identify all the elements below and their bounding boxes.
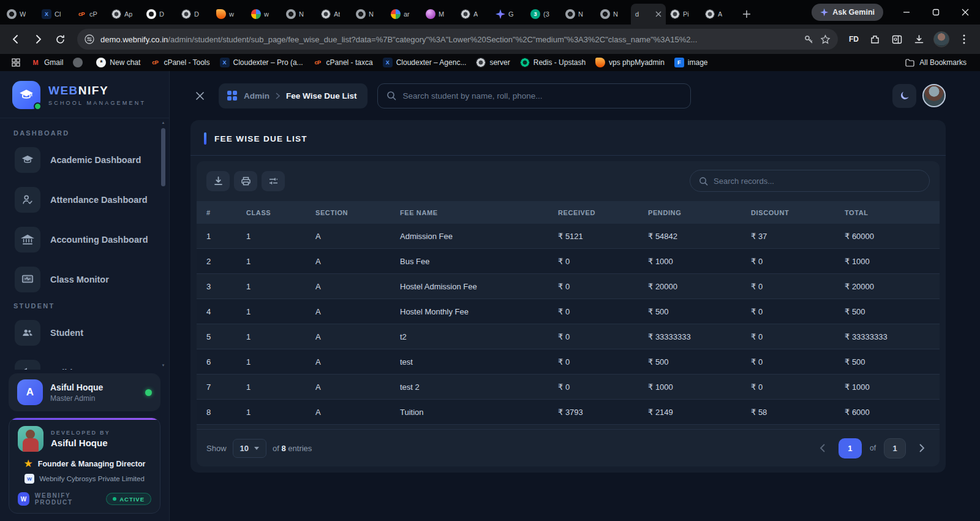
developer-card: DEVELOPED BY Asiful Hoque ★ Founder & Ma… [9, 417, 160, 514]
bookmark-item[interactable]: * New chat [91, 56, 145, 69]
bookmark-item[interactable]: Redis - Upstash [515, 56, 590, 69]
student-search-box[interactable] [377, 83, 691, 108]
table-row[interactable]: 8 1 A Tuition ₹ 3793 ₹ 2149 ₹ 58 ₹ 6000 [197, 400, 940, 425]
cell-fee-name: t2 [400, 332, 558, 341]
window-close-button[interactable] [953, 2, 978, 22]
back-button[interactable] [6, 29, 26, 49]
site-info-icon[interactable] [85, 34, 94, 44]
table-row[interactable]: 1 1 A Admission Fee ₹ 5121 ₹ 54842 ₹ 37 … [197, 224, 940, 249]
browser-tab[interactable]: cP cP [72, 4, 107, 25]
browser-tab[interactable]: A [456, 4, 491, 25]
total-pages-button[interactable]: 1 [884, 438, 906, 458]
table-row[interactable]: 5 1 A t2 ₹ 0 ₹ 33333333 ₹ 0 ₹ 33333333 [197, 324, 940, 349]
brand[interactable]: WEBNIFY SCHOOL MANAGEMENT [0, 71, 169, 118]
prev-page-button[interactable] [815, 440, 831, 456]
reload-button[interactable] [50, 29, 70, 49]
sidebar-item-attendance-dashboard[interactable]: Attendance Dashboard [12, 183, 154, 217]
bookmark-item[interactable]: cP cPanel - Tools [145, 56, 214, 69]
bookmark-item[interactable]: vps phpMyadmin [590, 56, 669, 69]
downloads-button[interactable] [909, 29, 929, 49]
table-row[interactable]: 3 1 A Hostel Admission Fee ₹ 0 ₹ 20000 ₹… [197, 274, 940, 299]
download-button[interactable] [206, 171, 230, 191]
browser-profile-avatar[interactable] [933, 31, 949, 47]
browser-tab[interactable]: N [352, 4, 386, 25]
tab-close-icon[interactable] [655, 11, 662, 17]
sidebar-item-academic-dashboard[interactable]: Academic Dashboard [12, 143, 154, 177]
password-key-icon[interactable] [804, 34, 814, 45]
bookmark-item[interactable]: server [471, 56, 514, 69]
forward-button[interactable] [28, 29, 48, 49]
sidebar-item-class-monitor[interactable]: Class Monitor [12, 262, 154, 297]
cell-total: ₹ 1000 [845, 257, 940, 266]
column-header: # [206, 209, 246, 216]
breadcrumb-admin[interactable]: Admin [244, 91, 270, 101]
bookmark-label: Cloudexter – Agenc... [396, 58, 467, 67]
sliders-icon [268, 176, 279, 186]
sidebar-item-accounting-dashboard[interactable]: Accounting Dashboard [12, 222, 154, 257]
next-page-button[interactable] [914, 440, 930, 456]
records-search-box[interactable] [690, 170, 930, 192]
scroll-up-arrow[interactable]: ▲ [161, 121, 165, 124]
extensions-icon[interactable] [865, 29, 884, 49]
browser-tab[interactable]: N [282, 4, 317, 25]
dark-mode-toggle[interactable] [892, 84, 916, 108]
records-search-input[interactable] [714, 177, 921, 186]
bookmark-item[interactable]: X Cloudexter – Agenc... [378, 56, 472, 69]
print-button[interactable] [234, 171, 257, 191]
address-bar[interactable]: demo.webnify.co.in/admin/student/student… [77, 29, 838, 50]
sidebar-item-student[interactable]: Student [12, 316, 154, 350]
table-row[interactable]: 7 1 A test 2 ₹ 0 ₹ 1000 ₹ 0 ₹ 1000 [197, 375, 940, 400]
bookmark-star-icon[interactable] [820, 34, 831, 45]
window-minimize-button[interactable] [894, 2, 919, 22]
browser-tab[interactable]: d [631, 4, 666, 25]
browser-tab[interactable]: W [2, 4, 37, 25]
table-row[interactable]: 4 1 A Hostel Monthly Fee ₹ 0 ₹ 500 ₹ 0 ₹… [197, 299, 940, 324]
browser-tab[interactable]: X Cl [37, 4, 72, 25]
apps-grid-icon[interactable] [9, 56, 23, 69]
browser-tab[interactable]: N [561, 4, 596, 25]
fd-extension-button[interactable]: FD [845, 35, 862, 44]
user-card[interactable]: A Asiful Hoque Master Admin [9, 373, 160, 411]
table-row[interactable]: 2 1 A Bus Fee ₹ 0 ₹ 1000 ₹ 0 ₹ 1000 [197, 249, 940, 274]
table-row[interactable]: 6 1 A test ₹ 0 ₹ 500 ₹ 0 ₹ 500 [197, 349, 940, 375]
current-page-button[interactable]: 1 [839, 438, 862, 458]
cell-received: ₹ 0 [558, 357, 648, 367]
tab-title: A [473, 10, 478, 18]
browser-tab[interactable]: w [212, 4, 247, 25]
close-icon[interactable] [190, 86, 209, 105]
all-bookmarks-button[interactable]: All Bookmarks [900, 57, 971, 68]
sidebar-item-holiday[interactable]: Holiday [12, 356, 154, 370]
bookmark-item[interactable]: M Gmail [26, 56, 68, 69]
bookmark-item[interactable]: F image [669, 56, 713, 69]
cell-discount: ₹ 0 [751, 282, 845, 291]
ask-gemini-button[interactable]: Ask Gemini [812, 4, 883, 21]
browser-tab[interactable]: At [317, 4, 352, 25]
window-maximize-button[interactable] [924, 2, 948, 22]
browser-tab[interactable]: D [142, 4, 177, 25]
bookmark-item[interactable]: cP cPanel - taxca [308, 56, 378, 69]
browser-tab[interactable]: w [247, 4, 282, 25]
filter-button[interactable] [262, 171, 285, 191]
bookmark-item[interactable] [68, 56, 91, 69]
browser-tab[interactable]: A [701, 4, 736, 25]
browser-tab[interactable]: 3 (3 [526, 4, 561, 25]
scroll-down-arrow[interactable]: ▼ [161, 363, 165, 367]
cell-received: ₹ 0 [558, 332, 648, 341]
side-panel-button[interactable] [887, 29, 907, 49]
browser-tab[interactable]: N [596, 4, 631, 25]
profile-avatar[interactable] [922, 84, 946, 107]
browser-menu-button[interactable] [954, 29, 974, 49]
browser-tab[interactable]: D [177, 4, 212, 25]
browser-tab[interactable]: Pi [666, 4, 701, 25]
sidebar-scrollbar[interactable]: ▲ ▼ [160, 121, 166, 367]
browser-tab[interactable]: M [421, 4, 456, 25]
browser-tab[interactable]: ar [386, 4, 421, 25]
browser-tab[interactable]: G [491, 4, 526, 25]
browser-tab[interactable]: Ap [107, 4, 142, 25]
page-size-select[interactable]: 10 [233, 439, 266, 458]
bookmark-item[interactable]: X Cloudexter – Pro (a... [215, 56, 308, 69]
scrollbar-thumb[interactable] [161, 128, 165, 186]
bookmark-favicon: * [96, 58, 106, 67]
new-tab-button[interactable] [738, 6, 755, 23]
student-search-input[interactable] [402, 91, 682, 101]
